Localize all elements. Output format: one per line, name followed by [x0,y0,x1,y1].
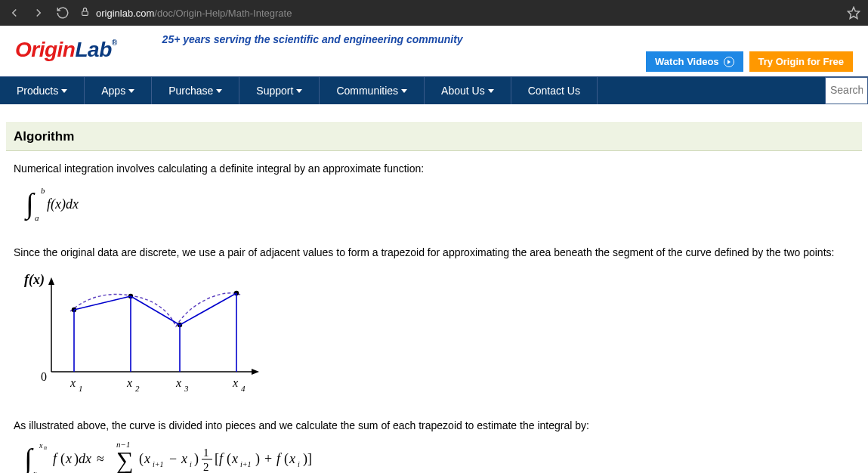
svg-text:∑: ∑ [116,447,134,473]
svg-text:dx: dx [79,451,91,466]
chevron-down-icon [61,89,67,93]
site-header: OriginLab® 25+ years serving the scienti… [0,26,868,72]
site-logo[interactable]: OriginLab® [15,30,117,60]
svg-text:(: ( [60,451,65,467]
svg-text:x: x [181,451,187,466]
chevron-down-icon [216,89,222,93]
chevron-down-icon [296,89,302,93]
svg-text:4: 4 [241,384,246,393]
nav-support[interactable]: Support [239,77,320,104]
svg-text:1: 1 [203,447,209,459]
nav-purchase[interactable]: Purchase [152,77,239,104]
svg-text:i+1: i+1 [153,460,164,468]
svg-text:(: ( [139,451,144,467]
svg-text:f(x): f(x) [24,272,45,288]
svg-text:i+1: i+1 [240,460,252,468]
svg-text:f(x)dx: f(x)dx [47,196,79,212]
svg-text:a: a [35,213,39,222]
integral-formula-1: ∫ b a f(x)dx [6,177,862,235]
chevron-down-icon [488,89,494,93]
svg-text:x: x [231,451,238,466]
svg-text:x: x [144,451,150,466]
svg-text:+: + [264,451,272,466]
chevron-down-icon [128,89,134,93]
tagline: 25+ years serving the scientific and eng… [117,30,646,45]
svg-text:x: x [70,376,76,389]
bookmark-star-icon[interactable] [847,6,860,20]
svg-text:2: 2 [135,384,140,393]
svg-text:f: f [219,451,225,466]
svg-text:i: i [298,460,300,468]
svg-text:1: 1 [79,384,83,393]
back-button[interactable] [8,6,21,20]
svg-text:∫: ∫ [23,443,34,473]
nav-apps[interactable]: Apps [85,77,152,104]
svg-text:n: n [44,444,47,451]
svg-line-22 [180,293,236,325]
svg-marker-9 [252,369,259,375]
svg-marker-8 [48,277,54,285]
play-icon [724,57,734,67]
chevron-down-icon [401,89,407,93]
browser-toolbar: originlab.com/doc/Origin-Help/Math-Integ… [0,0,868,26]
svg-text:3: 3 [184,384,189,393]
svg-text:(: ( [227,451,231,467]
paragraph-intro: Numerical integration involves calculati… [6,151,862,177]
svg-text:f: f [53,451,59,466]
svg-text:∫: ∫ [24,187,36,221]
url-text: originlab.com/doc/Origin-Help/Math-Integ… [96,8,292,19]
nav-communities[interactable]: Communities [320,77,425,104]
search-input[interactable] [826,78,867,102]
svg-text:n−1: n−1 [116,440,130,449]
svg-text:0: 0 [41,370,47,383]
paragraph-trapezoid: Since the original data are discrete, we… [6,235,862,261]
svg-text:)]: )] [303,451,312,467]
svg-text:(: ( [284,451,289,467]
search-box[interactable] [825,77,868,104]
watch-videos-button[interactable]: Watch Videos [646,51,743,72]
trapezoid-figure: f(x) 0 x1 x2 x3 x4 [6,260,862,408]
page-content: Algorithm Numerical integration involves… [0,122,868,473]
paragraph-sum: As illustrated above, the curve is divid… [6,408,862,434]
svg-text:): ) [255,451,260,467]
svg-text:≈: ≈ [97,451,104,466]
svg-text:x: x [175,376,181,389]
section-heading: Algorithm [6,122,862,151]
svg-text:x: x [232,376,238,389]
svg-text:x: x [32,469,37,473]
nav-about[interactable]: About Us [425,77,511,104]
svg-text:i: i [190,460,192,468]
svg-text:x: x [39,441,43,450]
forward-button[interactable] [32,6,45,20]
integral-formula-2: ∫ xn x1 f ( x ) dx ≈ ∑ n−1 i=1 ( x i+1 −… [6,434,862,473]
svg-text:x: x [289,451,295,466]
svg-text:): ) [194,451,199,467]
svg-text:x: x [126,376,132,389]
address-bar[interactable]: originlab.com/doc/Origin-Help/Math-Integ… [80,7,836,19]
lock-icon [80,7,90,19]
main-nav: Products Apps Purchase Support Communiti… [0,76,868,104]
svg-line-21 [131,296,180,325]
svg-line-20 [74,296,131,310]
svg-text:−: − [169,451,177,466]
svg-text:x: x [65,451,72,466]
svg-marker-1 [848,8,860,19]
try-origin-button[interactable]: Try Origin for Free [749,51,853,72]
reload-button[interactable] [56,6,70,20]
svg-text:b: b [41,186,45,195]
svg-rect-0 [82,11,88,15]
nav-contact[interactable]: Contact Us [511,77,598,104]
svg-text:2: 2 [203,461,209,473]
nav-products[interactable]: Products [0,77,85,104]
svg-text:f: f [276,451,283,466]
